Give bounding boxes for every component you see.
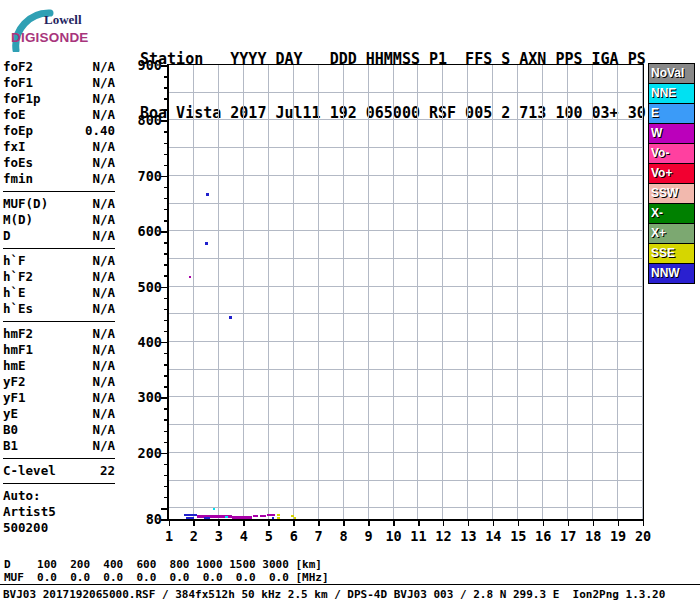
param-row: foF2N/A bbox=[3, 59, 115, 75]
y-axis-tick bbox=[161, 397, 167, 399]
param-label: fxI bbox=[3, 139, 26, 155]
param-row: C-level22 bbox=[3, 463, 115, 479]
y-axis-tick bbox=[164, 386, 167, 388]
y-axis-tick bbox=[164, 475, 167, 477]
y-axis-tick bbox=[164, 275, 167, 277]
param-label: h`E bbox=[3, 285, 26, 301]
param-value: N/A bbox=[92, 326, 115, 342]
y-axis-tick bbox=[161, 519, 167, 521]
x-axis-label: 17 bbox=[560, 528, 576, 544]
param-label: C-level bbox=[3, 463, 56, 479]
legend-item-w: W bbox=[648, 123, 695, 144]
y-axis-tick bbox=[164, 375, 167, 377]
echo-trace-segment bbox=[260, 515, 266, 517]
x-axis-label: 16 bbox=[535, 528, 551, 544]
y-axis-tick bbox=[164, 154, 167, 156]
param-row: 500200 bbox=[3, 520, 115, 536]
x-axis-tick bbox=[618, 521, 620, 526]
logo-digisonde-text: DIGISONDE bbox=[11, 30, 89, 45]
param-group: h`FN/Ah`F2N/Ah`EN/Ah`EsN/A bbox=[3, 252, 115, 322]
param-value: N/A bbox=[92, 139, 115, 155]
echo-trace-segment bbox=[213, 508, 215, 510]
echo-trace-segment bbox=[186, 517, 194, 519]
echo-trace-segment bbox=[184, 514, 197, 516]
param-row: h`F2N/A bbox=[3, 269, 115, 285]
legend-item-noval: NoVal bbox=[648, 63, 695, 84]
y-axis-tick bbox=[164, 419, 167, 421]
param-label: B1 bbox=[3, 438, 18, 454]
echo-trace-segment bbox=[225, 516, 228, 518]
param-value: N/A bbox=[92, 171, 115, 187]
echo-trace-segment bbox=[277, 517, 280, 519]
param-row: B1N/A bbox=[3, 438, 115, 454]
x-axis-tick bbox=[218, 521, 220, 526]
data-point bbox=[229, 316, 232, 319]
param-row: foEN/A bbox=[3, 107, 115, 123]
param-group: C-level22 bbox=[3, 462, 115, 484]
x-axis-label: 8 bbox=[340, 528, 348, 544]
param-row: h`EsN/A bbox=[3, 301, 115, 317]
param-label: Auto: bbox=[3, 488, 41, 504]
x-axis-label: 6 bbox=[290, 528, 298, 544]
y-axis-label: 500 bbox=[130, 279, 162, 295]
param-panel: foF2N/AfoF1N/AfoF1pN/AfoEN/AfoEp0.40fxIN… bbox=[3, 58, 115, 540]
x-axis-tick bbox=[643, 521, 645, 526]
param-value: N/A bbox=[92, 228, 115, 244]
y-axis-tick bbox=[164, 98, 167, 100]
logo-lowell-text: Lowell bbox=[44, 12, 82, 28]
y-axis-tick bbox=[164, 187, 167, 189]
param-value: N/A bbox=[92, 75, 115, 91]
y-axis-tick bbox=[164, 442, 167, 444]
y-axis-tick bbox=[164, 242, 167, 244]
param-value: N/A bbox=[92, 155, 115, 171]
param-label: foEp bbox=[3, 123, 33, 139]
digisonde-logo: Lowell DIGISONDE bbox=[8, 6, 123, 52]
legend-item-vo: Vo+ bbox=[648, 163, 695, 184]
legend-item-vo: Vo- bbox=[648, 143, 695, 164]
y-axis-tick bbox=[164, 364, 167, 366]
echo-trace-segment bbox=[277, 514, 280, 516]
param-value: N/A bbox=[92, 390, 115, 406]
param-row: yEN/A bbox=[3, 406, 115, 422]
param-value: N/A bbox=[92, 196, 115, 212]
y-axis-tick bbox=[164, 331, 167, 333]
y-axis-tick bbox=[164, 209, 167, 211]
legend-item-x: X+ bbox=[648, 223, 695, 244]
param-value: N/A bbox=[92, 253, 115, 269]
y-axis-label: 700 bbox=[130, 168, 162, 184]
legend-item-ssw: SSW bbox=[648, 183, 695, 204]
x-axis-label: 10 bbox=[385, 528, 401, 544]
param-label: hmE bbox=[3, 358, 26, 374]
x-axis-tick bbox=[293, 521, 295, 526]
param-label: foEs bbox=[3, 155, 33, 171]
y-axis-tick bbox=[164, 309, 167, 311]
y-axis-tick bbox=[164, 298, 167, 300]
y-axis-tick bbox=[164, 76, 167, 78]
y-axis-tick bbox=[164, 198, 167, 200]
y-axis-tick bbox=[161, 287, 167, 289]
y-axis-label: 200 bbox=[130, 445, 162, 461]
x-axis-label: 3 bbox=[215, 528, 223, 544]
legend-item-sse: SSE bbox=[648, 243, 695, 264]
param-row: hmF1N/A bbox=[3, 342, 115, 358]
y-axis-label: 400 bbox=[130, 334, 162, 350]
x-axis-label: 12 bbox=[435, 528, 451, 544]
x-axis-tick bbox=[368, 521, 370, 526]
x-axis-label: 13 bbox=[460, 528, 476, 544]
param-value: N/A bbox=[92, 358, 115, 374]
param-row: h`EN/A bbox=[3, 285, 115, 301]
x-axis-tick bbox=[193, 521, 195, 526]
x-axis-label: 18 bbox=[585, 528, 601, 544]
param-row: B0N/A bbox=[3, 422, 115, 438]
x-axis-tick bbox=[169, 521, 171, 526]
x-axis-label: 20 bbox=[635, 528, 651, 544]
distance-row: D 100 200 400 600 800 1000 1500 3000 [km… bbox=[4, 558, 322, 571]
param-label: B0 bbox=[3, 422, 18, 438]
x-axis-tick bbox=[568, 521, 570, 526]
legend-item-nne: NNE bbox=[648, 83, 695, 104]
param-value: N/A bbox=[92, 301, 115, 317]
x-axis-tick bbox=[393, 521, 395, 526]
x-axis-label: 7 bbox=[315, 528, 323, 544]
x-axis-tick bbox=[493, 521, 495, 526]
param-label: yF2 bbox=[3, 374, 26, 390]
